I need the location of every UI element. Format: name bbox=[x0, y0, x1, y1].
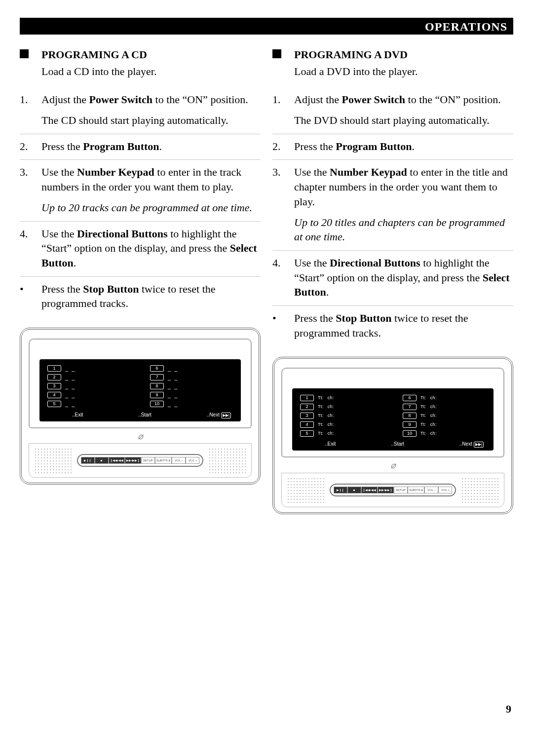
cd-steps-list: 1. Adjust the Power Switch to the “ON” p… bbox=[20, 87, 261, 276]
cd-column: PROGRAMING A CD Load a CD into the playe… bbox=[20, 47, 261, 514]
step-body: Use the Number Keypad to enter in the ti… bbox=[294, 165, 513, 244]
screen-exit: ..Exit bbox=[72, 412, 83, 418]
step-body: Press the Program Button. bbox=[41, 139, 261, 154]
step-sub: The DVD should start playing automatical… bbox=[294, 113, 513, 128]
setup-button: SETUP bbox=[141, 457, 155, 464]
program-grid: 1Tt: ch: 2Tt: ch: 3Tt: ch: 4Tt: ch: 5Tt:… bbox=[292, 388, 494, 451]
screen-start: ..Start bbox=[391, 441, 404, 448]
section-marker-icon bbox=[20, 49, 29, 58]
page-number: 9 bbox=[20, 702, 513, 717]
bullet-icon bbox=[20, 282, 33, 311]
step-number: 3. bbox=[20, 165, 33, 215]
step-body: Use the Directional Buttons to highlight… bbox=[41, 227, 261, 270]
device-base: ▶❙❙ ■ ❙◀◀•◀◀ ▶▶•▶▶❙ SETUP SUBTITLE VOL –… bbox=[281, 473, 504, 507]
device-screen: 1Tt: ch: 2Tt: ch: 3Tt: ch: 4Tt: ch: 5Tt:… bbox=[281, 368, 504, 457]
dvd-lead: Load a DVD into the player. bbox=[294, 64, 418, 79]
section-marker-icon bbox=[272, 49, 281, 58]
cd-lead: Load a CD into the player. bbox=[41, 64, 156, 79]
speaker-left bbox=[286, 476, 326, 504]
step-number: 2. bbox=[20, 139, 33, 154]
cd-heading: PROGRAMING A CD bbox=[41, 47, 156, 62]
speaker-left bbox=[33, 447, 73, 474]
step-number: 4. bbox=[272, 256, 285, 300]
bullet-icon bbox=[272, 311, 285, 340]
header-title: OPERATIONS bbox=[425, 19, 507, 35]
bullet-body: Press the Stop Button twice to reset the… bbox=[41, 282, 261, 311]
step-sub: The CD should start playing automaticall… bbox=[41, 113, 261, 128]
next-icon: ▶▶| bbox=[474, 442, 484, 448]
step-body: Press the Program Button. bbox=[294, 139, 513, 154]
control-strip: ▶❙❙ ■ ❙◀◀•◀◀ ▶▶•▶▶❙ SETUP SUBTITLE VOL –… bbox=[330, 484, 457, 496]
prev-button: ❙◀◀•◀◀ bbox=[109, 457, 125, 464]
play-pause-button: ▶❙❙ bbox=[334, 487, 347, 493]
cd-device-illustration: 1_ _ 2_ _ 3_ _ 4_ _ 5_ _ 6_ _ 7_ _ 8_ _ … bbox=[20, 328, 261, 485]
dvd-column: PROGRAMING A DVD Load a DVD into the pla… bbox=[272, 47, 513, 514]
step-body: Use the Directional Buttons to highlight… bbox=[294, 256, 513, 300]
next-button: ▶▶•▶▶❙ bbox=[125, 457, 141, 464]
screen-start: ..Start bbox=[138, 412, 152, 418]
screen-exit: ..Exit bbox=[325, 441, 336, 448]
next-icon: ▶▶| bbox=[221, 413, 231, 418]
dvd-heading: PROGRAMING A DVD bbox=[294, 47, 418, 62]
vol-up-button: VOL + bbox=[438, 487, 452, 493]
screen-next: ..Next▶▶| bbox=[459, 441, 484, 448]
vol-down-button: VOL – bbox=[172, 457, 186, 464]
step-body: Adjust the Power Switch to the “ON” posi… bbox=[294, 92, 513, 127]
step-number: 4. bbox=[20, 227, 33, 270]
vol-down-button: VOL – bbox=[424, 487, 438, 493]
step-sub-italic: Up to 20 titles and chapters can be prog… bbox=[294, 215, 513, 244]
subtitle-button: SUBTITLE bbox=[155, 457, 172, 464]
hinge-icon: ⌀ bbox=[29, 430, 252, 442]
stop-button: ■ bbox=[95, 457, 109, 464]
speaker-right bbox=[207, 447, 247, 474]
device-base: ▶❙❙ ■ ❙◀◀•◀◀ ▶▶•▶▶❙ SETUP SUBTITLE VOL –… bbox=[29, 443, 252, 478]
vol-up-button: VOL + bbox=[186, 457, 199, 464]
screen-next: ..Next▶▶| bbox=[207, 412, 231, 418]
dvd-steps-list: 1. Adjust the Power Switch to the “ON” p… bbox=[272, 87, 513, 305]
dvd-device-illustration: 1Tt: ch: 2Tt: ch: 3Tt: ch: 4Tt: ch: 5Tt:… bbox=[272, 357, 513, 514]
step-body: Adjust the Power Switch to the “ON” posi… bbox=[41, 92, 261, 127]
hinge-icon: ⌀ bbox=[281, 459, 504, 471]
prev-button: ❙◀◀•◀◀ bbox=[361, 487, 378, 493]
control-strip: ▶❙❙ ■ ❙◀◀•◀◀ ▶▶•▶▶❙ SETUP SUBTITLE VOL –… bbox=[77, 454, 204, 467]
subtitle-button: SUBTITLE bbox=[408, 487, 425, 493]
step-number: 1. bbox=[20, 92, 33, 127]
step-number: 2. bbox=[272, 139, 285, 154]
play-pause-button: ▶❙❙ bbox=[81, 457, 95, 464]
device-screen: 1_ _ 2_ _ 3_ _ 4_ _ 5_ _ 6_ _ 7_ _ 8_ _ … bbox=[29, 339, 252, 428]
next-button: ▶▶•▶▶❙ bbox=[378, 487, 394, 493]
header-bar: OPERATIONS bbox=[20, 18, 513, 35]
step-number: 1. bbox=[272, 92, 285, 127]
program-grid: 1_ _ 2_ _ 3_ _ 4_ _ 5_ _ 6_ _ 7_ _ 8_ _ … bbox=[39, 359, 241, 421]
speaker-right bbox=[460, 476, 500, 504]
step-sub-italic: Up to 20 tracks can be programmed at one… bbox=[41, 200, 261, 215]
stop-button: ■ bbox=[347, 487, 361, 493]
step-number: 3. bbox=[272, 165, 285, 244]
step-body: Use the Number Keypad to enter in the tr… bbox=[41, 165, 261, 215]
setup-button: SETUP bbox=[394, 487, 408, 493]
bullet-body: Press the Stop Button twice to reset the… bbox=[294, 311, 513, 340]
